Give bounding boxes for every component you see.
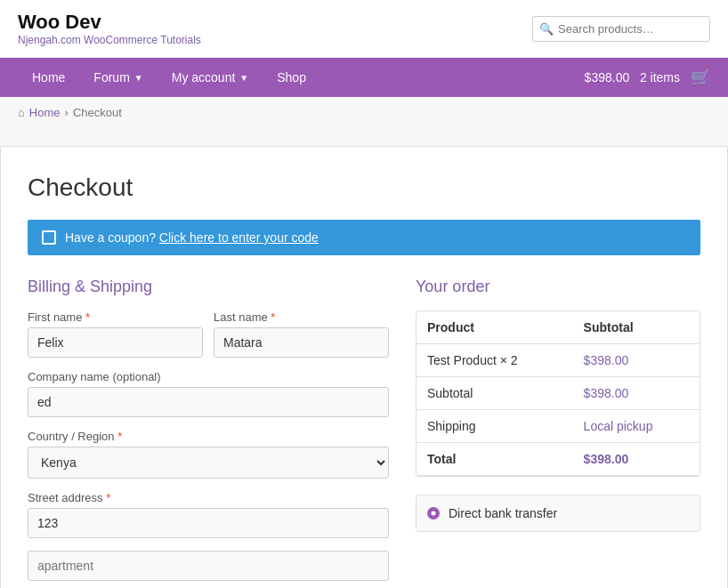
- required-star: *: [85, 310, 90, 324]
- breadcrumb-home[interactable]: Home: [29, 106, 61, 119]
- search-icon: 🔍: [539, 22, 554, 36]
- site-branding: Woo Dev Njengah.com WooCommerce Tutorial…: [18, 11, 201, 46]
- last-name-field: Last name *: [214, 310, 389, 358]
- cart-total: $398.00 2 items: [585, 70, 680, 85]
- order-row-price: $398.00: [573, 377, 700, 410]
- street-field: Street address *: [28, 491, 389, 538]
- first-name-label: First name *: [28, 310, 203, 324]
- breadcrumb-separator: ›: [65, 106, 69, 119]
- last-name-label: Last name *: [214, 310, 389, 324]
- checkout-columns: Billing & Shipping First name * Last nam…: [28, 278, 700, 588]
- required-star: *: [271, 310, 275, 324]
- company-field: Company name (optional): [28, 370, 389, 417]
- company-label: Company name (optional): [28, 370, 389, 383]
- nav-item-forum[interactable]: Forum ▼: [79, 58, 157, 97]
- order-row-price: $398.00: [573, 443, 700, 476]
- search-input[interactable]: [532, 16, 710, 42]
- company-input[interactable]: [28, 387, 389, 417]
- payment-section: Direct bank transfer: [416, 495, 700, 532]
- nav-item-home[interactable]: Home: [18, 58, 79, 97]
- payment-option-bank[interactable]: Direct bank transfer: [417, 495, 700, 531]
- coupon-banner: Have a coupon? Click here to enter your …: [28, 220, 700, 255]
- order-row-product: Total: [417, 443, 573, 476]
- order-col-product: Product: [417, 311, 573, 344]
- page-title: Checkout: [28, 173, 700, 202]
- breadcrumb: ⌂ Home › Checkout: [0, 97, 728, 128]
- coupon-text: Have a coupon? Click here to enter your …: [65, 230, 319, 245]
- order-row-product: Shipping: [417, 410, 573, 443]
- chevron-down-icon: ▼: [134, 73, 143, 83]
- order-table-wrap: Product Subtotal Test Product × 2$398.00…: [416, 310, 700, 477]
- coupon-icon: [42, 230, 56, 245]
- site-subtitle: Njengah.com WooCommerce Tutorials: [18, 34, 201, 46]
- first-name-field: First name *: [28, 310, 203, 358]
- nav-left: Home Forum ▼ My account ▼ Shop: [18, 58, 320, 97]
- required-star: *: [106, 491, 110, 504]
- order-row-product: Test Product × 2: [417, 344, 573, 377]
- country-field: Country / Region * Kenya United States U…: [28, 430, 389, 479]
- order-row-price: $398.00: [573, 344, 700, 377]
- site-header: Woo Dev Njengah.com WooCommerce Tutorial…: [0, 0, 728, 58]
- street-input[interactable]: [28, 508, 389, 538]
- home-icon: ⌂: [18, 106, 25, 119]
- nav-cart: $398.00 2 items 🛒: [585, 68, 710, 87]
- order-col-subtotal: Subtotal: [573, 311, 700, 344]
- last-name-input[interactable]: [214, 327, 389, 358]
- main-content: Checkout Have a coupon? Click here to en…: [0, 146, 728, 588]
- order-row-product: Subtotal: [417, 377, 573, 410]
- breadcrumb-current: Checkout: [73, 106, 122, 119]
- street-label: Street address *: [28, 491, 389, 504]
- order-row-price: Local pickup: [573, 410, 700, 443]
- order-table: Product Subtotal Test Product × 2$398.00…: [417, 311, 700, 476]
- apartment-input[interactable]: [28, 551, 389, 581]
- coupon-link[interactable]: Click here to enter your code: [159, 230, 319, 245]
- first-name-input[interactable]: [28, 327, 203, 358]
- search-wrapper: 🔍: [532, 16, 710, 42]
- apartment-field: [28, 551, 389, 581]
- payment-label-bank: Direct bank transfer: [449, 506, 557, 520]
- chevron-down-icon: ▼: [239, 73, 248, 83]
- billing-section-title: Billing & Shipping: [28, 278, 389, 296]
- billing-section: Billing & Shipping First name * Last nam…: [28, 278, 389, 588]
- nav-item-myaccount[interactable]: My account ▼: [158, 58, 263, 97]
- site-title: Woo Dev: [18, 11, 201, 34]
- required-star: *: [117, 430, 122, 443]
- name-row: First name * Last name *: [28, 310, 389, 358]
- order-section-title: Your order: [416, 278, 700, 296]
- nav-item-shop[interactable]: Shop: [263, 58, 320, 97]
- country-select[interactable]: Kenya United States United Kingdom: [28, 447, 389, 479]
- radio-bank-transfer[interactable]: [427, 507, 440, 520]
- country-label: Country / Region *: [28, 430, 389, 443]
- main-nav: Home Forum ▼ My account ▼ Shop $398.00 2…: [0, 58, 728, 97]
- order-section: Your order Product Subtotal Test Product…: [416, 278, 700, 588]
- cart-icon[interactable]: 🛒: [691, 68, 710, 87]
